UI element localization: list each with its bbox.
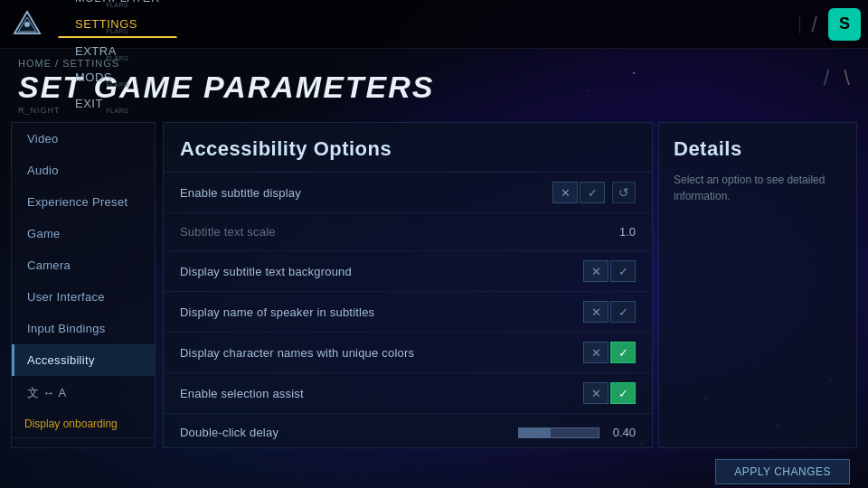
slider-track-double-click-delay[interactable] xyxy=(518,427,599,438)
toggle-off-enable-subtitle[interactable]: ✕ xyxy=(552,182,578,203)
nav-right: / S xyxy=(799,8,861,41)
sidebar-item-audio[interactable]: Audio xyxy=(12,155,155,186)
toggle-off-char-colors[interactable]: ✕ xyxy=(583,342,609,363)
nav-items: CampaignFLARGLoadFLARGMultiplayerFLARGSe… xyxy=(58,0,177,117)
sidebar-item-experience-preset[interactable]: Experience Preset xyxy=(12,186,155,218)
option-row-speaker-name: Display name of speaker in subtitles✕✓ xyxy=(164,292,652,333)
sidebar-item-文-↔-a[interactable]: 文 ↔ A xyxy=(12,376,155,410)
toggle-group-char-colors: ✕✓ xyxy=(583,342,636,363)
option-controls-char-colors: ✕✓ xyxy=(583,342,636,363)
score-badge: S xyxy=(828,8,861,41)
option-label-selection-assist: Enable selection assist xyxy=(180,387,583,400)
sidebar-item-video[interactable]: Video xyxy=(12,123,155,155)
header-right: / \ xyxy=(824,58,850,90)
main-layout: VideoAudioExperience PresetGameCameraUse… xyxy=(0,122,868,455)
toggle-off-selection-assist[interactable]: ✕ xyxy=(583,382,609,404)
apply-button[interactable]: Apply Changes xyxy=(715,459,850,484)
toggle-on-char-colors[interactable]: ✓ xyxy=(610,342,636,363)
options-panel: Accessibility Options Enable subtitle di… xyxy=(163,122,653,448)
slider-value-double-click-delay: 0.40 xyxy=(607,426,636,439)
slider-fill-double-click-delay xyxy=(519,428,551,437)
option-row-enable-subtitle: Enable subtitle display✕✓↺ xyxy=(164,173,652,213)
toggle-on-selection-assist[interactable]: ✓ xyxy=(610,382,636,404)
toggle-group-subtitle-bg: ✕✓ xyxy=(583,260,636,282)
bottom-bar: Apply Changes xyxy=(0,455,868,488)
toggle-on-speaker-name[interactable]: ✓ xyxy=(610,301,636,323)
options-list: Enable subtitle display✕✓↺Subtitle text … xyxy=(164,173,652,447)
display-onboarding[interactable]: Display onboarding xyxy=(24,418,142,430)
toggle-group-speaker-name: ✕✓ xyxy=(583,301,636,323)
slash-decoration: / xyxy=(811,12,817,37)
header-slash-1: / xyxy=(824,65,830,90)
sidebar-item-accessibility[interactable]: Accessibility xyxy=(12,344,155,376)
details-text: Select an option to see detailed informa… xyxy=(674,172,842,204)
nav-item-extra[interactable]: ExtraFLARG xyxy=(58,38,177,64)
option-controls-selection-assist: ✕✓ xyxy=(583,382,636,404)
value-display-subtitle-scale: 1.0 xyxy=(607,225,636,239)
svg-point-13 xyxy=(24,22,30,27)
nav-item-settings[interactable]: SettingsFLARG xyxy=(58,11,177,38)
option-label-double-click-delay: Double-click delay xyxy=(180,426,518,439)
header-slash-2: \ xyxy=(844,65,850,90)
toggle-group-enable-subtitle: ✕✓ xyxy=(552,182,605,203)
reset-btn-enable-subtitle[interactable]: ↺ xyxy=(612,182,636,203)
slider-container-double-click-delay: 0.40 xyxy=(518,426,636,439)
sidebar-undo-section: Undo unsaved changes xyxy=(12,437,155,448)
nav-item-mods[interactable]: ModsFLARG xyxy=(58,64,177,90)
nav-item-multiplayer[interactable]: MultiplayerFLARG xyxy=(58,0,177,11)
logo xyxy=(7,5,47,44)
option-controls-double-click-delay: 0.40 xyxy=(518,426,636,439)
details-panel: Details Select an option to see detailed… xyxy=(658,122,857,448)
toggle-off-speaker-name[interactable]: ✕ xyxy=(583,301,609,323)
sidebar-item-user-interface[interactable]: User Interface xyxy=(12,281,155,313)
nav-item-exit[interactable]: ExitFLARG xyxy=(58,90,177,117)
option-row-subtitle-bg: Display subtitle text background✕✓ xyxy=(164,251,652,292)
option-controls-speaker-name: ✕✓ xyxy=(583,301,636,323)
toggle-group-selection-assist: ✕✓ xyxy=(583,382,636,404)
undo-button[interactable]: Undo unsaved changes xyxy=(19,447,147,448)
sidebar-item-game[interactable]: Game xyxy=(12,218,155,249)
option-row-selection-assist: Enable selection assist✕✓ xyxy=(164,373,652,414)
option-label-subtitle-scale: Subtitle text scale xyxy=(180,225,607,239)
option-controls-subtitle-scale: 1.0 xyxy=(607,225,636,239)
option-label-enable-subtitle: Enable subtitle display xyxy=(180,186,552,200)
sidebar-items: VideoAudioExperience PresetGameCameraUse… xyxy=(12,123,155,410)
content-panel: Accessibility Options Enable subtitle di… xyxy=(163,122,857,448)
options-panel-title: Accessibility Options xyxy=(164,123,652,173)
top-nav: CampaignFLARGLoadFLARGMultiplayerFLARGSe… xyxy=(0,0,868,49)
toggle-off-subtitle-bg[interactable]: ✕ xyxy=(583,260,609,282)
option-label-speaker-name: Display name of speaker in subtitles xyxy=(180,305,583,319)
toggle-on-enable-subtitle[interactable]: ✓ xyxy=(580,182,605,203)
option-row-double-click-delay: Double-click delay0.40 xyxy=(164,414,652,447)
sidebar: VideoAudioExperience PresetGameCameraUse… xyxy=(11,122,156,448)
option-row-subtitle-scale: Subtitle text scale1.0 xyxy=(164,213,652,251)
option-controls-subtitle-bg: ✕✓ xyxy=(583,260,636,282)
option-label-subtitle-bg: Display subtitle text background xyxy=(180,265,583,278)
option-controls-enable-subtitle: ✕✓↺ xyxy=(552,182,636,203)
sidebar-item-camera[interactable]: Camera xyxy=(12,249,155,281)
option-row-char-colors: Display character names with unique colo… xyxy=(164,333,652,373)
toggle-on-subtitle-bg[interactable]: ✓ xyxy=(610,260,636,282)
sidebar-item-input-bindings[interactable]: Input Bindings xyxy=(12,313,155,344)
details-title: Details xyxy=(674,137,842,161)
option-label-char-colors: Display character names with unique colo… xyxy=(180,346,583,360)
